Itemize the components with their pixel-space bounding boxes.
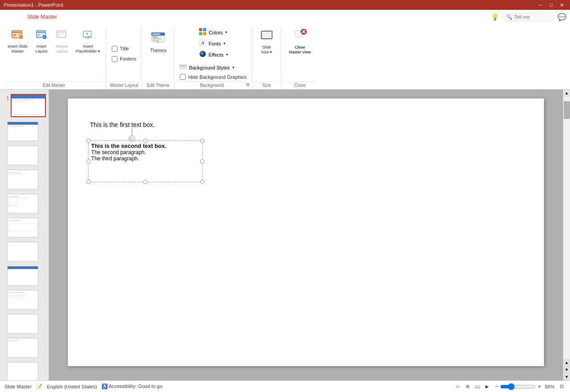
tab-shape-format[interactable]: Shape Format xyxy=(296,10,342,24)
textbox2-para1: The second paragraph. xyxy=(91,149,200,155)
fonts-icon: A xyxy=(199,39,207,48)
app-title: Presentation1 - PowerPoint xyxy=(4,2,63,8)
footers-checkbox-row[interactable]: Footers xyxy=(109,55,139,63)
slide-thumbnail-9[interactable] xyxy=(7,290,38,310)
tell-me-box[interactable]: 🔍 xyxy=(502,13,554,21)
effects-icon xyxy=(199,50,207,59)
zoom-in-button[interactable]: + xyxy=(537,383,541,390)
themes-button[interactable]: ▾ Themes xyxy=(145,27,171,56)
canvas-wrapper: This is the first text box. ↻ xyxy=(49,90,570,380)
insert-slide-master-button[interactable]: + Insert SlideMaster xyxy=(4,27,31,56)
slide-thumb-5[interactable] xyxy=(2,193,47,214)
slide-thumb-3[interactable] xyxy=(2,145,47,166)
scroll-thumb[interactable] xyxy=(564,101,570,119)
close-btn[interactable]: ✕ xyxy=(557,2,566,8)
slide-thumbnail-5[interactable] xyxy=(7,194,38,213)
scroll-prev-slide-button[interactable]: ▲ xyxy=(563,359,570,366)
edit-theme-group: ▾ Themes Edit Theme xyxy=(142,26,175,89)
svg-rect-2 xyxy=(13,34,16,37)
handle-br[interactable] xyxy=(200,180,204,184)
normal-view-button[interactable]: ▭ xyxy=(453,382,462,391)
slide-thumbnail-7[interactable] xyxy=(7,242,38,261)
slide-thumbnail-6[interactable] xyxy=(7,218,38,237)
svg-rect-31 xyxy=(203,32,206,35)
slide-thumbnail-3[interactable] xyxy=(7,146,38,165)
svg-rect-25 xyxy=(152,38,161,39)
slide-thumbnail-1[interactable] xyxy=(11,94,46,117)
close-master-view-button[interactable]: CloseMaster View xyxy=(284,27,316,57)
tab-insert[interactable]: Insert xyxy=(90,10,116,24)
slide-thumb-7[interactable] xyxy=(2,241,47,262)
slide-thumb-12[interactable] xyxy=(2,361,47,380)
svg-rect-37 xyxy=(261,31,272,39)
insert-layout-button[interactable]: + InsertLayout xyxy=(32,27,51,56)
slide-thumbnail-4[interactable] xyxy=(7,170,38,189)
insert-placeholder-button[interactable]: + InsertPlaceholder ▾ xyxy=(73,27,103,56)
fit-page-button[interactable]: ⊡ xyxy=(558,383,566,390)
minimize-btn[interactable]: ─ xyxy=(537,2,546,8)
comments-button[interactable]: 💬 xyxy=(558,13,566,21)
effects-button[interactable]: Effects ▾ xyxy=(197,49,229,60)
slide-thumb-8[interactable] xyxy=(2,265,47,286)
svg-rect-15 xyxy=(57,32,66,33)
tab-slide-master[interactable]: Slide Master xyxy=(21,10,63,24)
slide-thumbnail-12[interactable] xyxy=(7,362,38,380)
master-layout-button[interactable]: MasterLayout xyxy=(52,27,72,56)
notes-button[interactable]: 📝 xyxy=(36,384,42,389)
tab-home[interactable]: Home xyxy=(63,10,90,24)
hide-bg-checkbox-row[interactable]: Hide Background Graphics xyxy=(177,73,249,81)
title-checkbox[interactable] xyxy=(112,46,118,52)
fonts-button[interactable]: A Fonts ▾ xyxy=(197,38,227,49)
background-expand-icon[interactable]: ⧉ xyxy=(246,82,249,87)
handle-bl[interactable] xyxy=(86,180,91,184)
accessibility-icon: ♿ xyxy=(102,384,108,389)
tab-transitions[interactable]: Transitions xyxy=(141,10,179,24)
slide-size-button[interactable]: SlideSize ▾ xyxy=(255,27,278,57)
slide-thumbnail-10[interactable] xyxy=(7,314,38,334)
slide-thumbnail-11[interactable] xyxy=(7,338,38,358)
slide-thumb-11[interactable] xyxy=(2,337,47,359)
maximize-btn[interactable]: □ xyxy=(547,2,555,8)
tab-view[interactable]: View xyxy=(248,10,272,24)
slide-thumbnail-8[interactable] xyxy=(7,266,38,286)
rotate-line xyxy=(131,128,132,135)
reading-view-button[interactable]: 📖 xyxy=(473,382,482,391)
tell-me-input[interactable] xyxy=(514,14,550,20)
title-checkbox-row[interactable]: Title xyxy=(109,45,131,53)
slide-thumbnail-2[interactable] xyxy=(7,122,38,141)
scroll-track[interactable] xyxy=(563,97,570,359)
slide-sorter-button[interactable]: ⊞ xyxy=(463,382,472,391)
tab-animations[interactable]: Animations xyxy=(179,10,218,24)
zoom-out-button[interactable]: − xyxy=(495,383,499,390)
slide-thumb-1[interactable]: 1 xyxy=(2,93,47,118)
hide-bg-checkbox[interactable] xyxy=(180,74,186,80)
slide-canvas[interactable]: This is the first text box. ↻ xyxy=(68,98,544,366)
slide-thumb-4[interactable] xyxy=(2,169,47,190)
background-styles-button[interactable]: Background Styles ▾ xyxy=(177,62,236,73)
rotate-handle[interactable]: ↻ xyxy=(129,128,135,142)
selection-box[interactable]: This is the second text box. The second … xyxy=(88,140,203,182)
scroll-up-button[interactable]: ▲ xyxy=(563,90,570,97)
colors-button[interactable]: Colors ▾ xyxy=(197,27,229,38)
scroll-next-slide-button[interactable]: ▼ xyxy=(563,366,570,373)
tab-review[interactable]: Review xyxy=(218,10,248,24)
tab-help[interactable]: Help xyxy=(272,10,296,24)
slide-thumb-9[interactable] xyxy=(2,289,47,310)
lightbulb-icon[interactable]: 💡 xyxy=(491,13,499,20)
title-label: Title xyxy=(120,46,129,51)
status-bar: Slide Master 📝 English (United States) ♿… xyxy=(0,380,570,392)
handle-bm[interactable] xyxy=(143,180,148,184)
app-title-row: Presentation1 - PowerPoint ─ □ ✕ xyxy=(0,0,570,10)
scroll-down-button[interactable]: ▼ xyxy=(563,373,570,380)
themes-label: Themes xyxy=(150,48,166,53)
zoom-range[interactable] xyxy=(500,383,536,390)
slide-thumb-2[interactable] xyxy=(2,121,47,142)
insert-slide-master-label: Insert SlideMaster xyxy=(8,44,28,54)
tab-file[interactable]: File xyxy=(0,10,21,24)
slide-thumb-10[interactable] xyxy=(2,313,47,335)
slideshow-button[interactable]: ▶ xyxy=(483,382,492,391)
slide-thumb-6[interactable] xyxy=(2,217,47,238)
size-items: SlideSize ▾ xyxy=(255,26,278,82)
footers-checkbox[interactable] xyxy=(112,56,118,62)
tab-draw[interactable]: Draw xyxy=(116,10,141,24)
